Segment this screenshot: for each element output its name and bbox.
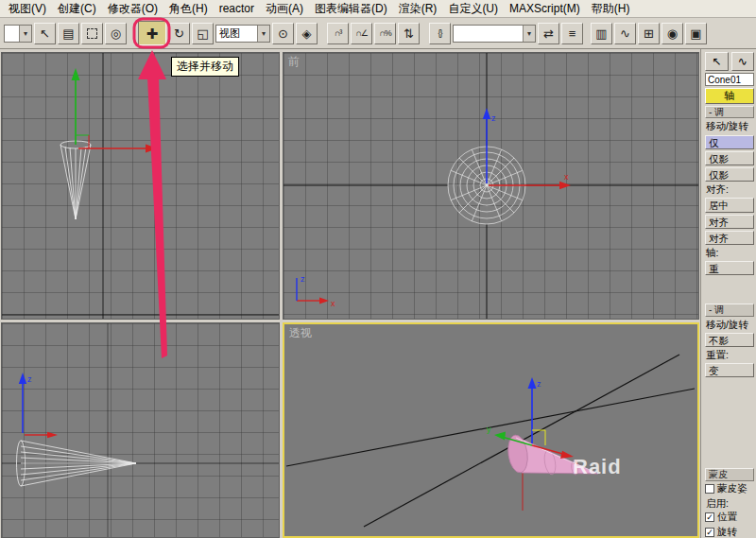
schematic-icon: ⊞	[644, 27, 654, 40]
select-and-move-tooltip: 选择并移动	[171, 57, 239, 77]
chevron-down-icon: ▾	[19, 26, 31, 42]
selection-filter-combo[interactable]: ▾	[4, 25, 32, 43]
mirror-button[interactable]: ⇄	[538, 23, 559, 44]
braces-icon: {}	[438, 29, 441, 38]
percent-snap-button[interactable]: ∩%	[374, 23, 396, 44]
command-panel: ↖ ∿ 轴 - 调 移动/旋转 仅 仅影 仅影 对齐: 居中 对齐 对齐 轴: …	[700, 49, 756, 538]
window-crossing-button[interactable]: ◎	[105, 23, 127, 44]
x-axis-arrow-icon	[560, 451, 574, 459]
object-name-field[interactable]	[705, 73, 754, 86]
pivot-label: 轴:	[705, 247, 754, 259]
align-label: 对齐:	[705, 183, 754, 196]
viewport-top-left-canvas	[2, 53, 280, 320]
center-to-object-button[interactable]: 居中	[705, 198, 754, 212]
menu-maxscript[interactable]: MAXScript(M)	[504, 1, 586, 16]
watermark: Raid	[573, 455, 622, 479]
layer-manager-button[interactable]: ▥	[591, 23, 612, 44]
rotation-checkbox[interactable]: ✓ 旋转	[705, 526, 754, 538]
tripod-z-label: z	[301, 274, 305, 284]
y-axis-label: y	[487, 425, 491, 434]
reset-label: 重置:	[705, 349, 754, 361]
position-label: 位置	[717, 512, 737, 524]
menu-character[interactable]: 角色(H)	[163, 0, 214, 18]
viewport-bottom-left-canvas: z	[2, 323, 280, 538]
menu-rendering[interactable]: 渲染(R)	[393, 0, 443, 18]
tripod-x-arrow-icon	[319, 298, 329, 304]
menu-modifiers[interactable]: 修改器(O)	[102, 0, 163, 18]
affect-hierarchy-only-button[interactable]: 仅影	[705, 167, 754, 182]
edit-named-selections-button[interactable]: {}	[429, 23, 451, 44]
enable-label: 启用:	[705, 497, 754, 510]
reset-pivot-button[interactable]: 重	[705, 261, 754, 275]
use-center-button[interactable]: ⊙	[272, 23, 294, 44]
spinner-snap-button[interactable]: ⇅	[398, 23, 420, 44]
viewport-front[interactable]: 前 z x	[283, 52, 699, 320]
align-to-object-button[interactable]: 对齐	[705, 215, 754, 229]
skin-pose-mode-checkbox[interactable]: 蒙皮姿	[705, 483, 754, 495]
pivot-gizmo[interactable]	[72, 68, 159, 153]
x-axis-arrow-icon	[146, 145, 158, 153]
angle-snap-button[interactable]: ∩∠	[351, 23, 372, 44]
x-axis-label: x	[564, 172, 569, 182]
pivot-gizmo[interactable]: z x	[483, 108, 571, 189]
max-window: 视图(V) 创建(C) 修改器(O) 角色(H) reactor 动画(A) 图…	[0, 0, 756, 538]
panel-curves-button[interactable]: ∿	[731, 52, 755, 71]
dont-affect-children-button[interactable]: 不影	[705, 333, 754, 347]
chevron-down-icon: ▾	[257, 26, 269, 42]
select-and-rotate-button[interactable]: ↻	[168, 23, 190, 44]
menu-animation[interactable]: 动画(A)	[260, 0, 309, 18]
menu-graph-editors[interactable]: 图表编辑器(D)	[309, 0, 393, 18]
layers-icon: ▥	[595, 27, 607, 40]
affect-pivot-only-button[interactable]: 仅	[705, 135, 754, 149]
rollout-adjust-transform[interactable]: - 调	[705, 304, 754, 316]
main-toolbar: ▾ ↖ ▤ ◎ ✚ ↻ ◱ 视图▾ ⊙ ◈ ∩³ ∩∠ ∩% ⇅ {} ▾ ⇄ …	[0, 18, 756, 49]
affect-object-only-button[interactable]: 仅影	[705, 151, 754, 165]
menu-views[interactable]: 视图(V)	[3, 0, 52, 18]
pivot-tab-button[interactable]: 轴	[705, 88, 754, 104]
magnet-angle-icon: ∩∠	[355, 29, 368, 38]
align-button[interactable]: ≡	[561, 23, 583, 44]
align-to-world-button[interactable]: 对齐	[705, 231, 754, 245]
region-select-button[interactable]	[81, 23, 103, 44]
menu-bar: 视图(V) 创建(C) 修改器(O) 角色(H) reactor 动画(A) 图…	[0, 0, 756, 18]
position-checkbox[interactable]: ✓ 位置	[705, 512, 754, 524]
coordinate-system-value: 视图	[219, 26, 240, 41]
reset-transform-button[interactable]: 变	[705, 363, 754, 377]
schematic-view-button[interactable]: ⊞	[638, 23, 660, 44]
select-by-name-button[interactable]: ▤	[58, 23, 79, 44]
pivot-center-icon: ⊙	[278, 27, 288, 40]
snap-toggle-button[interactable]: ∩³	[327, 23, 349, 44]
manipulate-icon: ◈	[302, 27, 312, 40]
select-and-manipulate-button[interactable]: ◈	[296, 23, 318, 44]
reference-coordinate-combo[interactable]: 视图▾	[215, 25, 270, 43]
viewport-axis-tripod: x z	[297, 274, 335, 308]
spinner-snap-icon: ⇅	[404, 27, 414, 40]
viewport-perspective-canvas: z x y	[284, 324, 697, 536]
named-selection-combo[interactable]: ▾	[453, 25, 536, 43]
render-setup-button[interactable]: ▣	[685, 23, 707, 44]
menu-help[interactable]: 帮助(H)	[586, 0, 636, 18]
menu-customize[interactable]: 自定义(U)	[442, 0, 504, 18]
panel-select-button[interactable]: ↖	[705, 52, 729, 71]
menu-reactor[interactable]: reactor	[214, 1, 260, 16]
z-axis-label: z	[537, 379, 541, 389]
viewport-bottom-left[interactable]: z	[1, 322, 280, 538]
pivot-gizmo[interactable]: z	[19, 373, 58, 438]
checkbox-checked-icon: ✓	[705, 512, 714, 522]
select-and-scale-button[interactable]: ◱	[192, 23, 214, 44]
select-and-move-button[interactable]: ✚	[138, 21, 166, 45]
viewport-perspective[interactable]: 透视 Raid z x y	[283, 322, 699, 538]
align-icon: ≡	[569, 27, 576, 40]
x-axis-arrow-icon	[559, 182, 571, 189]
viewport-top-left[interactable]	[1, 52, 280, 320]
crossing-circle-icon: ◎	[111, 27, 121, 40]
rollout-skin-pose[interactable]: 蒙皮	[705, 468, 754, 480]
select-object-button[interactable]: ↖	[34, 23, 56, 44]
material-editor-button[interactable]: ◉	[662, 23, 683, 44]
select-arrow-icon: ↖	[40, 27, 50, 40]
x-axis-arrow-icon	[47, 432, 58, 438]
cursor-arrow-icon: ↖	[712, 55, 721, 68]
rollout-adjust-pivot[interactable]: - 调	[705, 106, 754, 118]
curve-editor-button[interactable]: ∿	[614, 23, 636, 44]
menu-create[interactable]: 创建(C)	[52, 0, 102, 18]
